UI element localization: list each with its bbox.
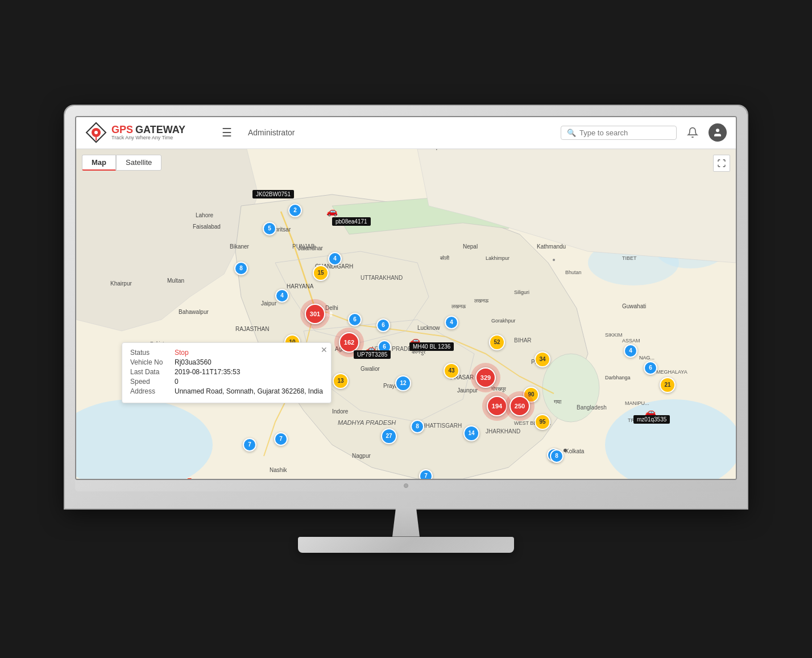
svg-text:Multan: Multan xyxy=(167,278,184,284)
svg-text:Faisalabad: Faisalabad xyxy=(193,224,221,230)
svg-text:बरेली: बरेली xyxy=(440,255,450,261)
svg-text:Nagpur: Nagpur xyxy=(352,453,371,459)
popup-speed-row: Speed 0 xyxy=(130,378,323,386)
topbar: GPS GATEWAY Track Any Where Any Time ☰ A… xyxy=(76,117,736,149)
svg-text:Jaipur: Jaipur xyxy=(261,300,277,307)
popup-vehicleno-label: Vehicle No xyxy=(130,358,170,366)
svg-text:JHARKHAND: JHARKHAND xyxy=(486,428,520,434)
map-container: Delhi Jaipur Lucknow Patna गया Kolkata I… xyxy=(76,149,736,479)
popup-lastdata-row: Last Data 2019-08-11T17:35:53 xyxy=(130,368,323,376)
svg-text:Darbhanga: Darbhanga xyxy=(605,375,631,380)
hamburger-icon[interactable]: ☰ xyxy=(217,123,237,142)
vehicle-icon-6: 🚗 xyxy=(183,474,194,479)
popup-lastdata-value: 2019-08-11T17:35:53 xyxy=(175,368,240,376)
svg-text:Khairpur: Khairpur xyxy=(110,280,132,287)
search-box[interactable]: 🔍 xyxy=(561,126,677,140)
svg-text:Siliguri: Siliguri xyxy=(514,289,529,295)
svg-text:Nepal: Nepal xyxy=(463,243,478,250)
svg-text:गया: गया xyxy=(553,399,562,405)
svg-text:Delhi: Delhi xyxy=(325,305,338,311)
svg-text:Nepal: Nepal xyxy=(429,149,444,150)
svg-text:Kolkata: Kolkata xyxy=(565,448,585,454)
svg-text:Agra: Agra xyxy=(335,346,347,352)
vehicle-popup: ✕ Status Stop Vehicle No Rj03ua3560 Last… xyxy=(122,342,332,403)
fullscreen-button[interactable] xyxy=(713,155,730,172)
svg-text:Prayagraj: Prayagraj xyxy=(383,383,408,389)
svg-text:CHANDIGARH: CHANDIGARH xyxy=(315,263,353,270)
monitor-chin xyxy=(75,480,737,491)
logo-icon xyxy=(85,122,107,143)
logo-gateway: GATEWAY xyxy=(135,125,185,135)
search-input[interactable] xyxy=(579,129,670,137)
popup-vehicleno-value: Rj03ua3560 xyxy=(175,358,212,366)
popup-address-label: Address xyxy=(130,387,170,395)
map-tab-satellite[interactable]: Satellite xyxy=(116,155,161,171)
svg-text:Jaunpur: Jaunpur xyxy=(457,387,478,394)
svg-text:Lahore: Lahore xyxy=(196,212,214,218)
svg-text:Indore: Indore xyxy=(332,408,349,415)
logo-gps: GPS xyxy=(111,125,133,135)
monitor-container: GPS GATEWAY Track Any Where Any Time ☰ A… xyxy=(65,106,747,553)
vehicle-label-up79t3285: UP79T3285 xyxy=(354,350,391,359)
svg-text:HARYANA: HARYANA xyxy=(287,283,314,289)
logo-text: GPS GATEWAY Track Any Where Any Time xyxy=(111,125,185,140)
svg-text:Patna: Patna xyxy=(531,359,546,365)
popup-status-row: Status Stop xyxy=(130,349,323,357)
svg-text:दिल्ली: दिल्ली xyxy=(320,311,333,318)
svg-text:MADHYA PRADESH: MADHYA PRADESH xyxy=(338,419,396,426)
svg-text:Gwalior: Gwalior xyxy=(361,366,380,372)
svg-text:TIBET: TIBET xyxy=(622,255,637,261)
svg-text:NAG...: NAG... xyxy=(639,355,654,361)
popup-close-button[interactable]: ✕ xyxy=(321,345,328,354)
search-icon: 🔍 xyxy=(567,129,576,137)
vehicle-icon-1: 🚗 xyxy=(326,206,338,217)
popup-address-row: Address Unnamed Road, Somnath, Gujarat 3… xyxy=(130,387,323,395)
monitor-neck xyxy=(372,508,440,537)
svg-text:BIHAR: BIHAR xyxy=(514,337,532,344)
svg-point-72 xyxy=(564,449,567,452)
popup-lastdata-label: Last Data xyxy=(130,368,170,376)
svg-text:PRASAR: PRASAR xyxy=(450,374,474,380)
svg-text:UTTARAKHAND: UTTARAKHAND xyxy=(361,275,403,281)
popup-address-value: Unnamed Road, Somnath, Gujarat 362268, I… xyxy=(175,387,323,395)
logo-tagline: Track Any Where Any Time xyxy=(111,135,185,140)
vehicle-label-mz01q3535: mz01q3535 xyxy=(633,415,670,424)
map-background: Delhi Jaipur Lucknow Patna गया Kolkata I… xyxy=(76,149,736,479)
popup-status-label: Status xyxy=(130,349,170,357)
map-controls: Map Satellite xyxy=(82,155,161,171)
svg-text:लखनऊ: लखनऊ xyxy=(451,304,466,309)
user-avatar[interactable] xyxy=(709,123,727,142)
svg-text:Amritsar: Amritsar xyxy=(270,226,291,233)
svg-text:WEST BENGAL: WEST BENGAL xyxy=(514,420,551,426)
svg-text:Bikaner: Bikaner xyxy=(230,243,250,250)
svg-point-2 xyxy=(94,131,98,134)
popup-status-value: Stop xyxy=(175,349,189,357)
vehicle-label-mh40bl1236: MH40 BL 1236 xyxy=(409,342,454,351)
svg-text:Nashik: Nashik xyxy=(270,467,288,473)
vehicle-label-jk02bw0751: JK02BW0751 xyxy=(252,190,294,198)
svg-text:Bangladesh: Bangladesh xyxy=(577,404,607,411)
svg-text:Gorakhpur: Gorakhpur xyxy=(491,318,516,324)
bell-icon[interactable] xyxy=(683,123,702,142)
monitor-screen: GPS GATEWAY Track Any Where Any Time ☰ A… xyxy=(75,116,737,480)
popup-speed-label: Speed xyxy=(130,378,170,386)
map-tab-map[interactable]: Map xyxy=(82,155,116,171)
popup-vehicleno-row: Vehicle No Rj03ua3560 xyxy=(130,358,323,366)
svg-text:Guwahati: Guwahati xyxy=(622,303,646,309)
monitor-base xyxy=(298,537,514,553)
monitor-bezel: GPS GATEWAY Track Any Where Any Time ☰ A… xyxy=(65,106,747,508)
svg-text:लखनऊ: लखनऊ xyxy=(474,298,489,304)
svg-point-10 xyxy=(542,354,599,422)
svg-text:CHHATTISGARH: CHHATTISGARH xyxy=(417,423,462,429)
svg-point-73 xyxy=(553,259,555,261)
admin-label: Administrator xyxy=(243,128,554,137)
svg-text:SIKKIM: SIKKIM xyxy=(605,332,623,338)
svg-text:Bahawalpur: Bahawalpur xyxy=(179,309,209,315)
svg-point-71 xyxy=(319,307,322,310)
monitor-power-dot xyxy=(404,483,408,488)
logo-area: GPS GATEWAY Track Any Where Any Time xyxy=(85,122,210,143)
svg-text:Lakhimpur: Lakhimpur xyxy=(486,255,509,261)
popup-speed-value: 0 xyxy=(175,378,179,386)
svg-text:Lucknow: Lucknow xyxy=(417,325,440,331)
svg-text:ASSAM: ASSAM xyxy=(622,338,640,344)
